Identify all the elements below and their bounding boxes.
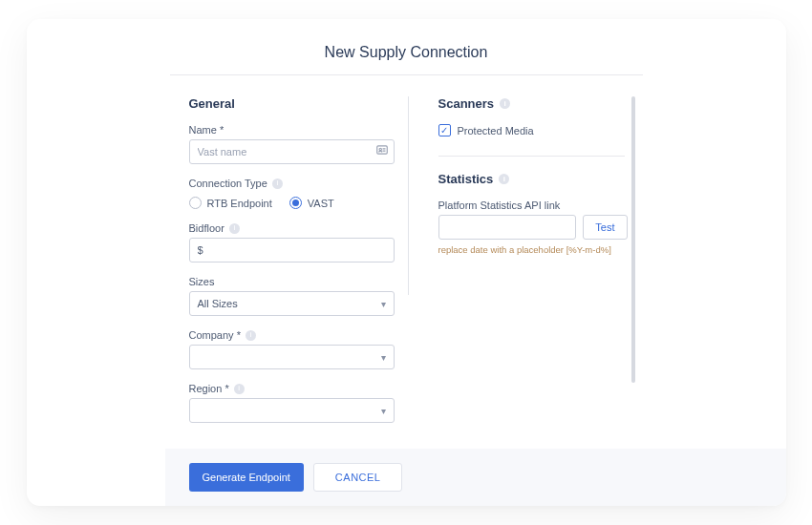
name-label: Name * [189,124,395,136]
info-icon: i [229,223,240,234]
info-icon: i [246,330,256,341]
general-section: General Name * [189,96,395,436]
dialog-title: New Supply Connection [27,44,786,74]
general-heading: General [189,96,395,111]
company-field: Company * i ▾ [189,329,395,369]
company-label-text: Company * [189,329,241,341]
radio-rtb-endpoint[interactable]: RTB Endpoint [189,197,272,209]
bidfloor-label-text: Bidfloor [189,222,224,234]
right-column: Scanners i ✓ Protected Media Statistics … [422,96,628,436]
cancel-button[interactable]: CANCEL [313,463,403,492]
name-input-wrap [189,139,395,164]
statistics-heading: Statistics i [438,172,628,186]
info-icon: i [500,98,510,109]
id-card-icon [375,143,389,160]
company-label: Company * i [189,329,395,341]
chevron-down-icon: ▾ [381,299,386,309]
sizes-value: All Sizes [198,298,238,309]
bidfloor-label: Bidfloor i [189,222,395,234]
bidfloor-field: Bidfloor i [189,222,395,262]
dialog-footer: Generate Endpoint CANCEL [165,449,786,506]
divider [438,156,625,157]
sizes-label: Sizes [189,276,395,287]
sizes-select[interactable]: All Sizes ▾ [189,291,395,316]
info-icon: i [234,384,245,394]
sizes-field: Sizes All Sizes ▾ [189,276,395,316]
scrollbar[interactable] [631,96,635,383]
stats-api-input[interactable] [438,215,577,240]
stats-api-field: Platform Statistics API link Test replac… [438,200,628,255]
protected-media-checkbox[interactable]: ✓ Protected Media [438,124,628,136]
dialog-body: General Name * [27,75,786,440]
bidfloor-input[interactable] [189,238,395,262]
chevron-down-icon: ▾ [381,352,386,363]
name-input[interactable] [189,139,395,164]
svg-point-1 [379,148,381,150]
scanners-heading-text: Scanners [438,96,495,111]
connection-type-group: RTB Endpoint VAST [189,197,395,209]
test-button[interactable]: Test [583,215,627,240]
region-label-text: Region * [189,383,229,394]
info-icon: i [499,174,509,184]
stats-api-row: Test [438,215,628,240]
region-select[interactable]: ▾ [189,398,395,423]
radio-vast-label: VAST [308,198,334,209]
chevron-down-icon: ▾ [381,406,386,416]
generate-endpoint-button[interactable]: Generate Endpoint [189,463,304,492]
radio-icon [289,197,302,209]
svg-rect-0 [376,146,387,154]
region-field: Region * i ▾ [189,383,395,423]
connection-type-label: Connection Type i [189,178,395,189]
name-field: Name * [189,124,395,164]
vertical-divider [408,96,409,295]
company-select[interactable]: ▾ [189,345,395,369]
statistics-heading-text: Statistics [438,172,494,186]
stats-hint: replace date with a placeholder [%Y-m-d%… [438,244,628,255]
supply-connection-dialog: New Supply Connection General Name * [27,19,786,506]
radio-icon [189,197,202,209]
radio-rtb-label: RTB Endpoint [207,198,272,209]
connection-type-label-text: Connection Type [189,178,267,189]
form-columns: General Name * [189,75,665,436]
info-icon: i [272,178,283,189]
checkbox-icon: ✓ [438,124,451,136]
protected-media-label: Protected Media [458,125,534,136]
radio-vast[interactable]: VAST [289,197,334,209]
stats-api-label: Platform Statistics API link [438,200,628,211]
scanners-heading: Scanners i [438,96,628,111]
region-label: Region * i [189,383,395,394]
